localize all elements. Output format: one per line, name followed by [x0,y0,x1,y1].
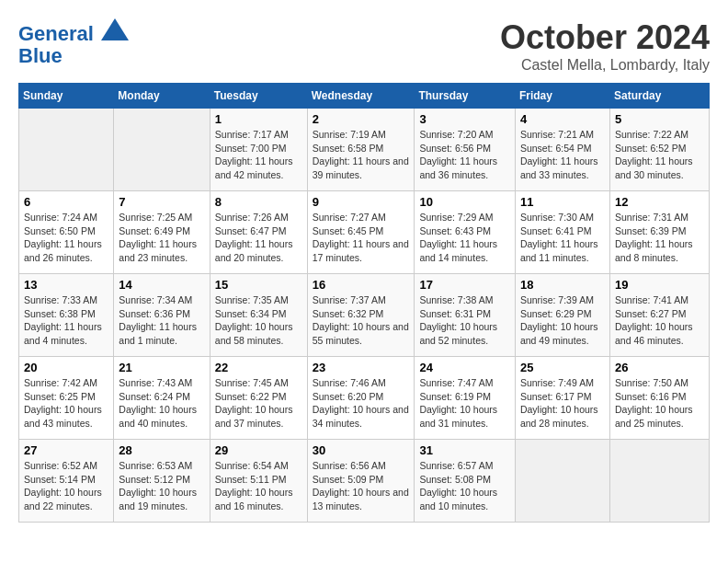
day-info: Sunrise: 7:24 AMSunset: 6:50 PMDaylight:… [24,211,108,265]
day-info: Sunrise: 7:34 AMSunset: 6:36 PMDaylight:… [119,293,204,348]
day-info: Sunrise: 7:20 AMSunset: 6:56 PMDaylight:… [419,128,510,182]
day-number: 14 [119,278,204,292]
calendar-cell: 6Sunrise: 7:24 AMSunset: 6:50 PMDaylight… [19,191,114,274]
calendar-cell: 25Sunrise: 7:49 AMSunset: 6:17 PMDayligh… [515,357,609,440]
page-header: General Blue October 2024 Castel Mella, … [18,18,710,74]
day-info: Sunrise: 7:19 AMSunset: 6:58 PMDaylight:… [313,128,410,182]
day-info: Sunrise: 7:25 AMSunset: 6:49 PMDaylight:… [119,211,204,265]
calendar-cell: 9Sunrise: 7:27 AMSunset: 6:45 PMDaylight… [307,191,415,274]
weekday-header: Sunday [19,84,114,109]
day-info: Sunrise: 7:42 AMSunset: 6:25 PMDaylight:… [24,376,108,431]
day-number: 30 [313,443,410,457]
day-info: Sunrise: 7:50 AMSunset: 6:16 PMDaylight:… [615,376,704,431]
day-info: Sunrise: 6:52 AMSunset: 5:14 PMDaylight:… [24,459,108,513]
day-number: 31 [419,443,510,457]
logo-blue: Blue [18,44,63,67]
day-info: Sunrise: 7:49 AMSunset: 6:17 PMDaylight:… [520,376,605,431]
calendar-cell: 27Sunrise: 6:52 AMSunset: 5:14 PMDayligh… [19,440,114,523]
day-number: 4 [520,112,605,126]
day-number: 9 [313,195,410,209]
day-info: Sunrise: 6:57 AMSunset: 5:08 PMDaylight:… [419,459,510,513]
calendar-cell: 13Sunrise: 7:33 AMSunset: 6:38 PMDayligh… [19,274,114,357]
day-info: Sunrise: 6:54 AMSunset: 5:11 PMDaylight:… [215,459,302,513]
day-info: Sunrise: 7:29 AMSunset: 6:43 PMDaylight:… [419,211,510,265]
calendar-cell: 10Sunrise: 7:29 AMSunset: 6:43 PMDayligh… [415,191,516,274]
weekday-header: Friday [515,84,609,109]
day-number: 23 [313,361,410,374]
day-number: 15 [215,278,302,292]
calendar-cell: 11Sunrise: 7:30 AMSunset: 6:41 PMDayligh… [515,191,609,274]
day-info: Sunrise: 7:33 AMSunset: 6:38 PMDaylight:… [24,293,108,348]
day-info: Sunrise: 7:45 AMSunset: 6:22 PMDaylight:… [215,376,302,431]
weekday-header: Monday [114,84,210,109]
weekday-header: Saturday [609,84,709,109]
calendar-cell: 24Sunrise: 7:47 AMSunset: 6:19 PMDayligh… [415,357,516,440]
calendar-cell: 20Sunrise: 7:42 AMSunset: 6:25 PMDayligh… [19,357,114,440]
day-number: 8 [215,195,302,209]
day-info: Sunrise: 6:56 AMSunset: 5:09 PMDaylight:… [313,459,410,513]
day-number: 5 [615,112,704,126]
day-info: Sunrise: 7:21 AMSunset: 6:54 PMDaylight:… [520,128,605,182]
calendar-cell: 3Sunrise: 7:20 AMSunset: 6:56 PMDaylight… [415,109,516,191]
calendar-cell: 2Sunrise: 7:19 AMSunset: 6:58 PMDaylight… [307,109,415,191]
day-number: 1 [215,112,302,126]
calendar-cell: 23Sunrise: 7:46 AMSunset: 6:20 PMDayligh… [307,357,415,440]
day-number: 7 [119,195,204,209]
calendar-cell: 16Sunrise: 7:37 AMSunset: 6:32 PMDayligh… [307,274,415,357]
day-number: 20 [24,361,108,374]
weekday-header: Wednesday [307,84,415,109]
day-number: 6 [24,195,108,209]
calendar-cell: 19Sunrise: 7:41 AMSunset: 6:27 PMDayligh… [609,274,709,357]
day-number: 22 [215,361,302,374]
calendar-cell: 14Sunrise: 7:34 AMSunset: 6:36 PMDayligh… [114,274,210,357]
month-title: October 2024 [500,18,710,57]
day-info: Sunrise: 6:53 AMSunset: 5:12 PMDaylight:… [119,459,204,513]
calendar-cell: 5Sunrise: 7:22 AMSunset: 6:52 PMDaylight… [609,109,709,191]
day-info: Sunrise: 7:43 AMSunset: 6:24 PMDaylight:… [119,376,204,431]
day-info: Sunrise: 7:17 AMSunset: 7:00 PMDaylight:… [215,128,302,182]
day-number: 16 [313,278,410,292]
day-number: 10 [419,195,510,209]
calendar-cell: 29Sunrise: 6:54 AMSunset: 5:11 PMDayligh… [210,440,307,523]
day-info: Sunrise: 7:30 AMSunset: 6:41 PMDaylight:… [520,211,605,265]
calendar-week-row: 27Sunrise: 6:52 AMSunset: 5:14 PMDayligh… [19,440,710,523]
day-info: Sunrise: 7:26 AMSunset: 6:47 PMDaylight:… [215,211,302,265]
calendar-cell: 31Sunrise: 6:57 AMSunset: 5:08 PMDayligh… [415,440,516,523]
calendar-cell [19,109,114,191]
svg-marker-0 [101,18,129,40]
day-info: Sunrise: 7:27 AMSunset: 6:45 PMDaylight:… [313,211,410,265]
weekday-header-row: SundayMondayTuesdayWednesdayThursdayFrid… [19,84,710,109]
calendar-cell: 18Sunrise: 7:39 AMSunset: 6:29 PMDayligh… [515,274,609,357]
calendar-cell: 21Sunrise: 7:43 AMSunset: 6:24 PMDayligh… [114,357,210,440]
calendar-cell: 28Sunrise: 6:53 AMSunset: 5:12 PMDayligh… [114,440,210,523]
day-info: Sunrise: 7:35 AMSunset: 6:34 PMDaylight:… [215,293,302,348]
day-info: Sunrise: 7:38 AMSunset: 6:31 PMDaylight:… [419,293,510,348]
calendar-cell: 22Sunrise: 7:45 AMSunset: 6:22 PMDayligh… [210,357,307,440]
calendar-cell: 30Sunrise: 6:56 AMSunset: 5:09 PMDayligh… [307,440,415,523]
calendar-cell [114,109,210,191]
day-number: 24 [419,361,510,374]
calendar-cell: 8Sunrise: 7:26 AMSunset: 6:47 PMDaylight… [210,191,307,274]
logo-icon [101,18,129,40]
day-info: Sunrise: 7:37 AMSunset: 6:32 PMDaylight:… [313,293,410,348]
day-number: 26 [615,361,704,374]
day-number: 3 [419,112,510,126]
logo-general: General [18,22,94,45]
calendar-cell: 1Sunrise: 7:17 AMSunset: 7:00 PMDaylight… [210,109,307,191]
calendar-cell: 12Sunrise: 7:31 AMSunset: 6:39 PMDayligh… [609,191,709,274]
day-info: Sunrise: 7:31 AMSunset: 6:39 PMDaylight:… [615,211,704,265]
day-number: 18 [520,278,605,292]
day-number: 19 [615,278,704,292]
day-number: 29 [215,443,302,457]
day-info: Sunrise: 7:46 AMSunset: 6:20 PMDaylight:… [313,376,410,431]
day-number: 13 [24,278,108,292]
day-number: 12 [615,195,704,209]
day-number: 21 [119,361,204,374]
location-title: Castel Mella, Lombardy, Italy [500,57,710,74]
calendar-week-row: 1Sunrise: 7:17 AMSunset: 7:00 PMDaylight… [19,109,710,191]
calendar-table: SundayMondayTuesdayWednesdayThursdayFrid… [18,83,710,523]
calendar-week-row: 6Sunrise: 7:24 AMSunset: 6:50 PMDaylight… [19,191,710,274]
day-number: 2 [313,112,410,126]
calendar-week-row: 13Sunrise: 7:33 AMSunset: 6:38 PMDayligh… [19,274,710,357]
calendar-cell: 4Sunrise: 7:21 AMSunset: 6:54 PMDaylight… [515,109,609,191]
